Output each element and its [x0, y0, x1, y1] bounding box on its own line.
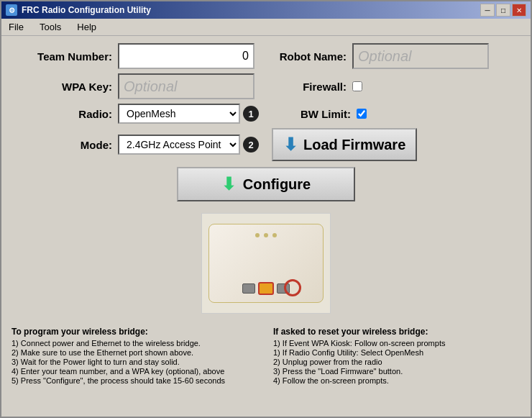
bw-limit-checkbox[interactable]: [357, 109, 367, 119]
instructions-right-item-0: 1) If Event WPA Kiosk: Follow on-screen …: [273, 339, 520, 347]
bw-limit-label: BW Limit:: [265, 108, 351, 120]
instructions-right-item-2: 2) Unplug power from the radio: [273, 358, 520, 366]
team-number-label: Team Number:: [12, 50, 112, 63]
radio-group: Radio: OpenMesh 1: [12, 104, 259, 124]
menu-help[interactable]: Help: [73, 20, 101, 34]
router-port-1: [242, 283, 255, 294]
close-icon: ✕: [516, 6, 522, 14]
instructions-right-title: If asked to reset your wireless bridge:: [273, 327, 520, 337]
router-image: [201, 213, 331, 314]
router-dot-3: [272, 233, 277, 237]
team-number-input[interactable]: [118, 43, 254, 69]
title-bar: ⚙ FRC Radio Configuration Utility ─ □ ✕: [1, 1, 531, 19]
router-circle-indicator: [284, 279, 301, 296]
radio-badge: 1: [243, 106, 259, 122]
configure-button[interactable]: ⬇ Configure: [177, 167, 355, 201]
configure-row: ⬇ Configure: [12, 167, 520, 207]
router-ports: [242, 282, 290, 295]
router-body: [208, 224, 324, 303]
radio-label: Radio:: [12, 108, 112, 120]
firewall-checkbox[interactable]: [352, 81, 362, 91]
load-firmware-button[interactable]: ⬇ Load Firmware: [272, 128, 417, 161]
instructions-left-item-1: 2) Make sure to use the Ethernet port sh…: [12, 348, 259, 357]
minimize-icon: ─: [485, 6, 490, 14]
mode-select[interactable]: 2.4GHz Access Point: [118, 135, 240, 155]
row-mode-firmware: Mode: 2.4GHz Access Point 2 ⬇ Load Firmw…: [12, 128, 520, 161]
menu-bar: File Tools Help: [1, 19, 531, 36]
minimize-button[interactable]: ─: [480, 4, 495, 17]
bw-limit-group: BW Limit:: [265, 108, 367, 120]
instructions-left-item-0: 1) Connect power and Ethernet to the wir…: [12, 339, 259, 347]
maximize-icon: □: [501, 6, 505, 14]
instructions-left-title: To program your wireless bridge:: [12, 327, 259, 337]
robot-name-placeholder: Optional: [358, 48, 412, 65]
router-dot-2: [264, 233, 268, 237]
maximize-button[interactable]: □: [496, 4, 510, 17]
wpa-key-label: WPA Key:: [12, 81, 112, 93]
window-title: FRC Radio Configuration Utility: [22, 5, 151, 15]
firewall-label: Firewall:: [260, 81, 347, 93]
mode-select-group: 2.4GHz Access Point 2: [118, 135, 259, 155]
row-radio-bwlimit: Radio: OpenMesh 1 BW Limit:: [12, 104, 520, 124]
main-window: ⚙ FRC Radio Configuration Utility ─ □ ✕ …: [0, 0, 532, 418]
load-firmware-label: Load Firmware: [303, 137, 405, 153]
router-port-highlight: [258, 282, 274, 295]
menu-tools[interactable]: Tools: [35, 20, 65, 34]
configure-label: Configure: [243, 176, 311, 193]
router-dots: [255, 233, 277, 237]
row-wpa-firewall: WPA Key: Optional Firewall:: [12, 73, 520, 99]
instructions-left-item-4: 5) Press "Configure", the process should…: [12, 376, 259, 385]
instructions-right-item-4: 4) Follow the on-screen prompts.: [273, 376, 520, 385]
mode-label: Mode:: [12, 139, 112, 151]
wpa-key-placeholder: Optional: [124, 78, 178, 95]
menu-file[interactable]: File: [4, 20, 28, 34]
instructions-left: To program your wireless bridge: 1) Conn…: [12, 327, 259, 386]
team-number-group: Team Number:: [12, 43, 254, 69]
instructions-right-item-1: 1) If Radio Config Utility: Select OpenM…: [273, 348, 520, 357]
mode-badge: 2: [243, 137, 259, 153]
configure-arrow-icon: ⬇: [221, 174, 236, 194]
app-icon: ⚙: [6, 4, 17, 16]
close-button[interactable]: ✕: [512, 4, 526, 17]
content-area: Team Number: Robot Name: Optional WPA Ke…: [1, 36, 531, 417]
router-dot-1: [255, 233, 260, 237]
radio-select-group: OpenMesh 1: [118, 104, 259, 124]
wpa-key-input[interactable]: Optional: [118, 73, 254, 99]
mode-group: Mode: 2.4GHz Access Point 2: [12, 135, 259, 155]
instructions-left-item-2: 3) Wait for the Power light to turn and …: [12, 358, 259, 366]
radio-select[interactable]: OpenMesh: [118, 104, 240, 124]
router-image-container: [12, 213, 520, 321]
instructions-right: If asked to reset your wireless bridge: …: [273, 327, 520, 386]
title-bar-controls: ─ □ ✕: [480, 4, 526, 17]
instructions-right-item-3: 3) Press the "Load Firmware" button.: [273, 367, 520, 376]
row-team-robot: Team Number: Robot Name: Optional: [12, 43, 520, 69]
wpa-key-group: WPA Key: Optional: [12, 73, 254, 99]
instructions-section: To program your wireless bridge: 1) Conn…: [12, 327, 520, 386]
firewall-group: Firewall:: [260, 81, 362, 93]
robot-name-group: Robot Name: Optional: [260, 43, 489, 69]
instructions-left-item-3: 4) Enter your team number, and a WPA key…: [12, 367, 259, 376]
load-firmware-group: ⬇ Load Firmware: [272, 128, 417, 161]
title-bar-left: ⚙ FRC Radio Configuration Utility: [6, 4, 151, 16]
load-firmware-icon: ⬇: [283, 135, 298, 155]
robot-name-label: Robot Name:: [260, 50, 347, 63]
robot-name-input[interactable]: Optional: [352, 43, 489, 69]
